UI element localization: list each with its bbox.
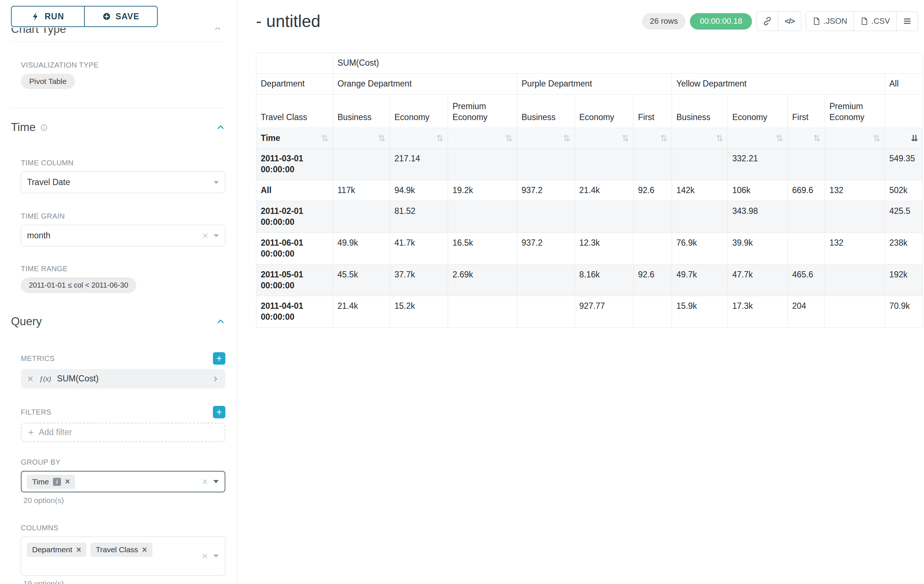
sort-header-cell[interactable]: ⇅ (728, 128, 788, 148)
save-button[interactable]: SAVE (84, 6, 158, 27)
visualization-type-pill[interactable]: Pivot Table (21, 74, 75, 89)
travel-class-header: First (634, 94, 672, 128)
value-cell: 92.6 (634, 180, 672, 201)
travel-class-header: Premium Economy (825, 94, 885, 128)
run-button[interactable]: RUN (11, 6, 84, 27)
sort-header-cell[interactable]: ⇅ (448, 128, 517, 148)
value-cell: 21.4k (575, 180, 634, 201)
row-label-cell: 2011-02-01 00:00:00 (256, 201, 333, 233)
clear-icon[interactable]: × (202, 231, 208, 241)
columns-chips: Department×Travel Class× (27, 539, 202, 557)
sort-icon[interactable]: ⇅ (321, 134, 328, 143)
caret-down-icon[interactable] (213, 480, 219, 484)
remove-metric-icon[interactable]: × (27, 374, 33, 384)
value-cell: 45.5k (333, 264, 390, 296)
sort-icon[interactable]: ⇅ (716, 134, 723, 143)
add-metric-button[interactable]: + (213, 352, 225, 365)
file-icon (812, 17, 820, 25)
travel-class-header: Business (672, 94, 728, 128)
value-cell: 332.21 (728, 148, 788, 180)
department-group-header: All (885, 73, 923, 94)
add-filter-plus-button[interactable]: + (213, 406, 225, 418)
sort-icon[interactable]: ⇅ (776, 134, 783, 143)
value-cell: 132 (825, 180, 885, 201)
time-grain-label: TIME GRAIN (21, 212, 225, 220)
sort-header-cell[interactable]: ⇅ (672, 128, 728, 148)
sort-icon[interactable]: ⇅ (813, 134, 820, 143)
value-cell: 15.2k (390, 296, 448, 328)
add-filter-button[interactable]: + Add filter (21, 423, 225, 442)
more-menu-button[interactable] (897, 12, 918, 31)
metric-chip[interactable]: × ƒ(x) SUM(Cost) (21, 369, 225, 388)
time-range-label: TIME RANGE (21, 265, 225, 273)
query-duration-badge: 00:00:00.18 (690, 13, 752, 30)
export-json-button[interactable]: .JSON (806, 12, 854, 31)
chevron-up-icon[interactable] (214, 28, 221, 34)
travel-class-header: Premium Economy (448, 94, 517, 128)
chevron-right-icon[interactable] (212, 375, 219, 382)
value-cell: 937.2 (517, 232, 575, 264)
sort-icon[interactable]: ⇅ (505, 134, 512, 143)
query-section-title: Query (11, 315, 42, 328)
info-icon[interactable] (40, 124, 48, 132)
sort-header-cell[interactable]: ⇅ (825, 128, 885, 148)
sort-icon[interactable]: ⇅ (436, 134, 443, 143)
sort-icon[interactable]: ⇅ (660, 134, 667, 143)
selected-option-chip[interactable]: Travel Class× (91, 543, 152, 557)
pivot-row: 2011-06-01 00:00:0049.9k41.7k16.5k937.21… (256, 232, 923, 264)
value-cell: 21.4k (333, 296, 390, 328)
lightning-icon (31, 12, 40, 21)
value-cell (825, 264, 885, 296)
caret-down-icon[interactable] (213, 554, 219, 558)
sort-header-cell[interactable]: ⇊ (885, 128, 923, 148)
sort-header-cell[interactable]: ⇅ (788, 128, 825, 148)
group-by-options-hint: 20 option(s) (23, 496, 225, 505)
sort-header-cell[interactable]: ⇅ (634, 128, 672, 148)
pivot-table-container: SUM(Cost)DepartmentOrange DepartmentPurp… (256, 53, 918, 328)
time-column-select[interactable]: Travel Date (21, 171, 225, 193)
sort-icon[interactable]: ⇅ (873, 134, 880, 143)
chart-header: - untitled 26 rows 00:00:00.18 </> (256, 11, 918, 31)
sort-desc-active-icon[interactable]: ⇊ (911, 134, 918, 143)
copy-link-button[interactable] (756, 12, 778, 31)
pivot-row: 2011-02-01 00:00:0081.52343.98425.5 (256, 201, 923, 233)
sort-header-cell[interactable]: ⇅ (575, 128, 634, 148)
group-by-select[interactable]: Timei× × (21, 471, 225, 492)
travel-class-header: Business (333, 94, 390, 128)
caret-down-icon[interactable] (213, 181, 219, 184)
collapse-section-icon[interactable] (216, 317, 225, 326)
chart-type-section-header[interactable]: Chart Type (11, 28, 225, 39)
sort-header-cell[interactable]: ⇅ (390, 128, 448, 148)
value-cell (672, 201, 728, 233)
sort-header-cell[interactable]: ⇅ (333, 128, 390, 148)
function-icon: ƒ(x) (39, 375, 51, 383)
value-cell (634, 296, 672, 328)
sort-icon[interactable]: ⇅ (622, 134, 629, 143)
value-cell: 19.2k (448, 180, 517, 201)
row-dimension-sort-header[interactable]: Time⇅ (256, 128, 333, 148)
embed-code-button[interactable]: </> (778, 12, 801, 31)
clear-icon[interactable]: × (202, 551, 208, 561)
value-cell (634, 201, 672, 233)
collapse-section-icon[interactable] (216, 123, 225, 132)
time-range-pill[interactable]: 2011-01-01 ≤ col < 2011-06-30 (21, 277, 136, 293)
row-label-cell: 2011-03-01 00:00:00 (256, 148, 333, 180)
remove-chip-icon[interactable]: × (142, 546, 147, 554)
chart-header-actions: 26 rows 00:00:00.18 </> (642, 12, 918, 31)
sort-header-cell[interactable]: ⇅ (517, 128, 575, 148)
export-csv-button[interactable]: .CSV (854, 12, 897, 31)
clear-icon[interactable]: × (202, 477, 208, 487)
chart-title[interactable]: - untitled (256, 12, 320, 31)
caret-down-icon[interactable] (213, 234, 219, 238)
columns-select[interactable]: Department×Travel Class× × (21, 536, 225, 576)
sort-icon[interactable]: ⇅ (378, 134, 385, 143)
remove-chip-icon[interactable]: × (76, 546, 81, 554)
value-cell (825, 296, 885, 328)
value-cell (634, 148, 672, 180)
selected-option-chip[interactable]: Timei× (27, 475, 75, 489)
time-grain-select[interactable]: month × (21, 225, 225, 247)
remove-chip-icon[interactable]: × (65, 477, 70, 486)
value-cell (333, 148, 390, 180)
selected-option-chip[interactable]: Department× (27, 543, 86, 557)
sort-icon[interactable]: ⇅ (563, 134, 570, 143)
